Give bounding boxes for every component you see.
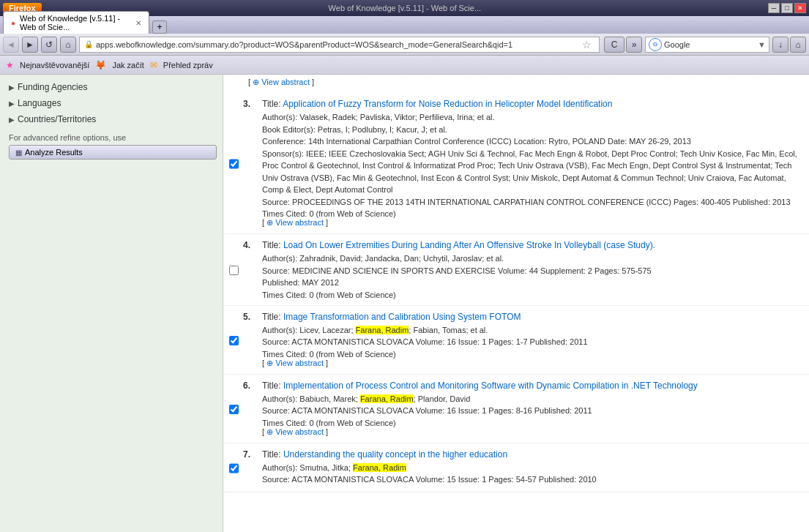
search-bar[interactable]: G Google ▼ [645, 37, 769, 53]
result-number-5: 5. [243, 312, 258, 368]
result-title-link-4[interactable]: Load On Lower Extremities During Landing… [283, 240, 655, 250]
bookmark-3[interactable]: Přehled zpráv [163, 61, 213, 70]
triangle-icon-countries: ▶ [9, 116, 15, 124]
result-title-link-7[interactable]: Understanding the quality concept in the… [283, 449, 507, 460]
zoom-button[interactable]: C [604, 37, 625, 53]
authors-pre-6: Author(s): Babiuch, Marek; [262, 394, 360, 403]
sidebar-section-countries: ▶ Countries/Territories [6, 113, 217, 126]
bookmark-icon-1: ★ [6, 60, 14, 70]
sponsors-3: Sponsor(s): IEEE; IEEE Czechoslovakia Se… [262, 149, 797, 195]
authors-highlight-5: Farana, Radim [356, 326, 409, 334]
result-title-link-5[interactable]: Image Transformation and Calibration Usi… [283, 312, 521, 322]
window-controls: ─ □ ✕ [768, 3, 806, 13]
result-body-5: Title: Image Transformation and Calibrat… [262, 312, 800, 368]
source-3: Source: PROCEEDINGS OF THE 2013 14TH INT… [262, 198, 791, 206]
nav-action-buttons: ↓ ⌂ [772, 37, 806, 53]
content-area[interactable]: [ ⊕ View abstract ] 3. Title: Applicatio… [223, 75, 809, 532]
authors-3: Author(s): Valasek, Radek; Pavliska, Vik… [262, 113, 495, 121]
sidebar-section-languages: ▶ Languages [6, 97, 217, 110]
result-times-5: Times Cited: 0 (from Web of Science) [262, 350, 800, 359]
bookmark-1[interactable]: Nejnavštěvovanější [20, 61, 89, 70]
result-checkbox-4[interactable] [229, 241, 239, 299]
search-input[interactable]: Google [664, 40, 758, 49]
home-button[interactable]: ⌂ [60, 37, 76, 53]
tab-1[interactable]: ● Web of Knowledge [v.5.11] - Web of Sci… [3, 11, 149, 34]
result-item-3: 3. Title: Application of Fuzzy Transform… [223, 93, 809, 234]
result-body-4: Title: Load On Lower Extremities During … [262, 240, 800, 299]
sidebar-label-languages: Languages [18, 98, 61, 108]
result-number-7: 7. [243, 449, 258, 486]
result-title-4: Title: Load On Lower Extremities During … [262, 240, 800, 250]
tab-favicon: ● [11, 19, 15, 27]
view-abstract-bracket-5: [ ⊕ View abstract ] [262, 359, 800, 368]
sidebar-advanced-text: For advanced refine options, use [6, 133, 217, 142]
result-title-link-6[interactable]: Implementation of Process Control and Mo… [283, 381, 698, 391]
forward-button[interactable]: ► [22, 37, 38, 53]
source-4: Source: MEDICINE AND SCIENCE IN SPORTS A… [262, 266, 652, 275]
sidebar-item-languages[interactable]: ▶ Languages [6, 97, 217, 110]
view-abstract-3[interactable]: ⊕ View abstract [266, 218, 324, 227]
result-times-4: Times Cited: 0 (from Web of Science) [262, 291, 800, 299]
sidebar-item-countries[interactable]: ▶ Countries/Territories [6, 113, 217, 126]
reload-button[interactable]: ↺ [41, 37, 57, 53]
result-number-3: 3. [243, 99, 258, 228]
result-body-7: Title: Understanding the quality concept… [262, 449, 800, 486]
result-item-5: 5. Title: Image Transformation and Calib… [223, 306, 809, 375]
result-times-3: Times Cited: 0 (from Web of Science) [262, 209, 800, 218]
view-abstract-6[interactable]: ⊕ View abstract [266, 427, 324, 436]
view-abstract-5[interactable]: ⊕ View abstract [266, 359, 324, 367]
result-times-6: Times Cited: 0 (from Web of Science) [262, 419, 800, 427]
view-abstract-top[interactable]: ⊕ View abstract [253, 78, 310, 86]
close-button[interactable]: ✕ [794, 3, 806, 13]
result-meta-5: Author(s): Licev, Lacezar; Farana, Radim… [262, 324, 800, 348]
result-title-link-3[interactable]: Application of Fuzzy Transform for Noise… [283, 99, 612, 109]
back-button[interactable]: ◄ [3, 37, 19, 53]
result-body-6: Title: Implementation of Process Control… [262, 381, 800, 437]
result-checkbox-7[interactable] [229, 451, 239, 486]
bookmarks-bar: ★ Nejnavštěvovanější 🦊 Jak začít ✉ Přehl… [0, 56, 809, 75]
conference-3: Conference: 14th International Carpathia… [262, 137, 691, 146]
result-number-4: 4. [243, 240, 258, 299]
nav-home-button[interactable]: ⌂ [790, 37, 806, 53]
source-7: Source: ACTA MONTANISTICA SLOVACA Volume… [262, 475, 597, 484]
view-abstract-bracket-3: [ ⊕ View abstract ] [262, 218, 800, 228]
result-title-6: Title: Implementation of Process Control… [262, 381, 800, 391]
result-checkbox-5[interactable] [229, 313, 239, 368]
result-item-4: 4. Title: Load On Lower Extremities Duri… [223, 234, 809, 306]
tab-title: Web of Knowledge [v.5.11] - Web of Scie.… [20, 14, 131, 31]
authors-4: Author(s): Zahradnik, David; Jandacka, D… [262, 254, 504, 263]
result-checkbox-3[interactable] [229, 100, 239, 228]
result-title-5: Title: Image Transformation and Calibrat… [262, 312, 800, 322]
downloads-button[interactable]: ↓ [772, 37, 789, 53]
result-body-3: Title: Application of Fuzzy Transform fo… [262, 99, 800, 228]
truncated-top: [ ⊕ View abstract ] [223, 75, 809, 93]
source-5: Source: ACTA MONTANISTICA SLOVACA Volume… [262, 337, 588, 346]
address-bar[interactable]: 🔒 apps.webofknowledge.com/summary.do?pro… [79, 37, 600, 53]
result-checkbox-6[interactable] [229, 382, 239, 437]
bookmark-star-button[interactable]: ☆ [578, 37, 594, 53]
address-text: apps.webofknowledge.com/summary.do?produ… [96, 40, 578, 49]
bookmark-2[interactable]: Jak začít [112, 61, 143, 70]
result-meta-3: Author(s): Valasek, Radek; Pavliska, Vik… [262, 111, 800, 208]
restore-button[interactable]: □ [781, 3, 793, 13]
authors-highlight-6: Farana, Radim [360, 394, 414, 403]
sidebar: ▶ Funding Agencies ▶ Languages ▶ Countri… [0, 75, 223, 532]
tab-bar: ● Web of Knowledge [v.5.11] - Web of Sci… [0, 16, 809, 34]
nav-extra-1[interactable]: » [626, 37, 642, 53]
search-go-button[interactable]: ▼ [758, 40, 766, 49]
bar-chart-icon: ▦ [15, 149, 22, 157]
minimize-button[interactable]: ─ [768, 3, 780, 13]
authors-post-5: ; Fabian, Tomas; et al. [409, 326, 488, 334]
nav-bar: ◄ ► ↺ ⌂ 🔒 apps.webofknowledge.com/summar… [0, 34, 809, 56]
tab-close-button[interactable]: ✕ [135, 19, 141, 27]
analyze-results-button[interactable]: ▦ Analyze Results [9, 145, 217, 160]
source-6: Source: ACTA MONTANISTICA SLOVACA Volume… [262, 406, 592, 415]
envelope-icon: ✉ [150, 60, 157, 70]
google-icon: G [649, 38, 662, 51]
new-tab-button[interactable]: + [152, 20, 167, 34]
sidebar-item-funding[interactable]: ▶ Funding Agencies [6, 80, 217, 94]
view-abstract-bracket-6: [ ⊕ View abstract ] [262, 427, 800, 437]
sidebar-label-funding: Funding Agencies [18, 82, 87, 92]
main-layout: ▶ Funding Agencies ▶ Languages ▶ Countri… [0, 75, 809, 532]
result-item-6: 6. Title: Implementation of Process Cont… [223, 375, 809, 443]
